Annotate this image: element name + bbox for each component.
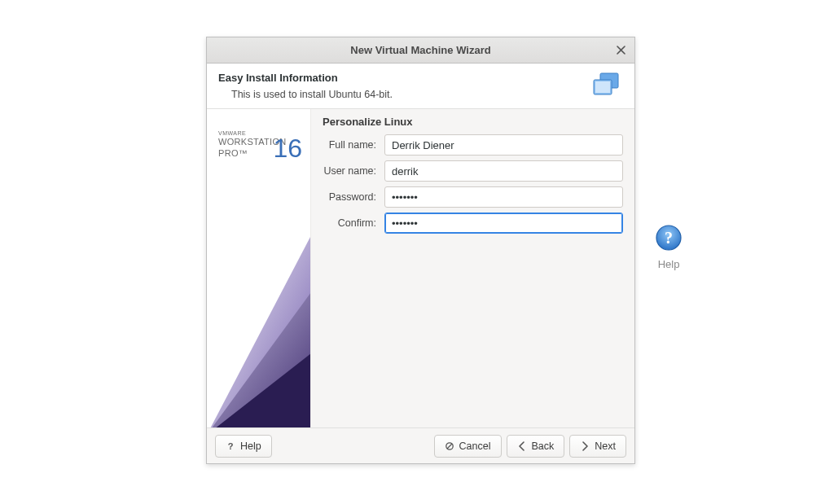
wizard-dialog: New Virtual Machine Wizard Easy Install …: [206, 37, 635, 464]
row-username: User name:: [323, 160, 623, 182]
input-password[interactable]: [384, 186, 623, 208]
cancel-button-label: Cancel: [459, 440, 491, 452]
svg-text:?: ?: [665, 229, 673, 247]
brand-version: 16: [273, 134, 302, 164]
row-fullname: Full name:: [323, 134, 623, 156]
back-button[interactable]: Back: [507, 435, 565, 458]
input-confirm[interactable]: [384, 213, 623, 234]
label-confirm: Confirm:: [323, 217, 384, 229]
desktop-help-label: Help: [649, 258, 688, 270]
close-button[interactable]: [613, 43, 628, 58]
next-button[interactable]: Next: [569, 435, 626, 458]
back-button-label: Back: [532, 440, 555, 452]
help-button[interactable]: ? Help: [215, 435, 272, 458]
cancel-icon: [445, 441, 454, 451]
row-password: Password:: [323, 186, 623, 208]
header-title: Easy Install Information: [218, 72, 623, 84]
svg-rect-4: [595, 81, 610, 93]
header: Easy Install Information This is used to…: [207, 64, 634, 109]
label-password: Password:: [323, 191, 384, 203]
cancel-button[interactable]: Cancel: [434, 435, 502, 458]
titlebar: New Virtual Machine Wizard: [207, 37, 634, 64]
buttonbar: ? Help Cancel Back Next: [207, 427, 634, 463]
form-area: Personalize Linux Full name: User name: …: [311, 109, 634, 427]
help-icon: ?: [655, 224, 683, 252]
question-icon: ?: [226, 441, 235, 451]
next-button-label: Next: [595, 440, 616, 452]
section-title: Personalize Linux: [323, 116, 623, 128]
arrow-right-icon: [580, 441, 590, 451]
desktop-help-shortcut[interactable]: ? Help: [649, 224, 688, 270]
sidebar-branding: VMWARE WORKSTATION PRO™ 16: [207, 109, 311, 427]
row-confirm: Confirm:: [323, 213, 623, 234]
body: VMWARE WORKSTATION PRO™ 16 Personalize L…: [207, 109, 634, 427]
input-fullname[interactable]: [384, 134, 623, 156]
label-username: User name:: [323, 165, 384, 177]
header-subtitle: This is used to install Ubuntu 64-bit.: [231, 89, 623, 100]
label-fullname: Full name:: [323, 139, 384, 151]
help-button-label: Help: [240, 440, 261, 452]
input-username[interactable]: [384, 160, 623, 182]
close-icon: [617, 46, 626, 55]
svg-text:?: ?: [228, 441, 234, 451]
svg-line-10: [447, 444, 452, 449]
window-title: New Virtual Machine Wizard: [207, 44, 634, 56]
vm-icon: [590, 70, 623, 103]
arrow-left-icon: [517, 441, 527, 451]
